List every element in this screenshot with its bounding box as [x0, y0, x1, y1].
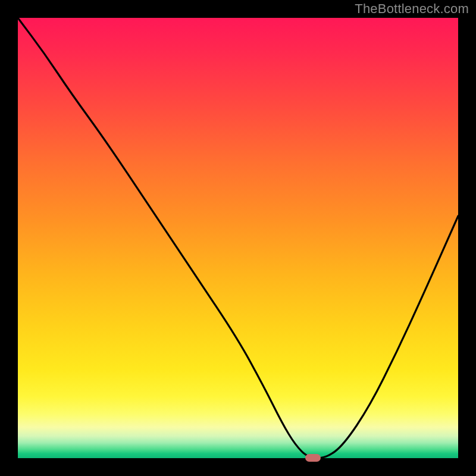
chart-frame: TheBottleneck.com	[0, 0, 476, 476]
curve-layer	[18, 18, 458, 458]
watermark-text: TheBottleneck.com	[355, 1, 469, 17]
bottleneck-curve-path	[18, 18, 458, 458]
optimal-marker	[305, 454, 321, 462]
